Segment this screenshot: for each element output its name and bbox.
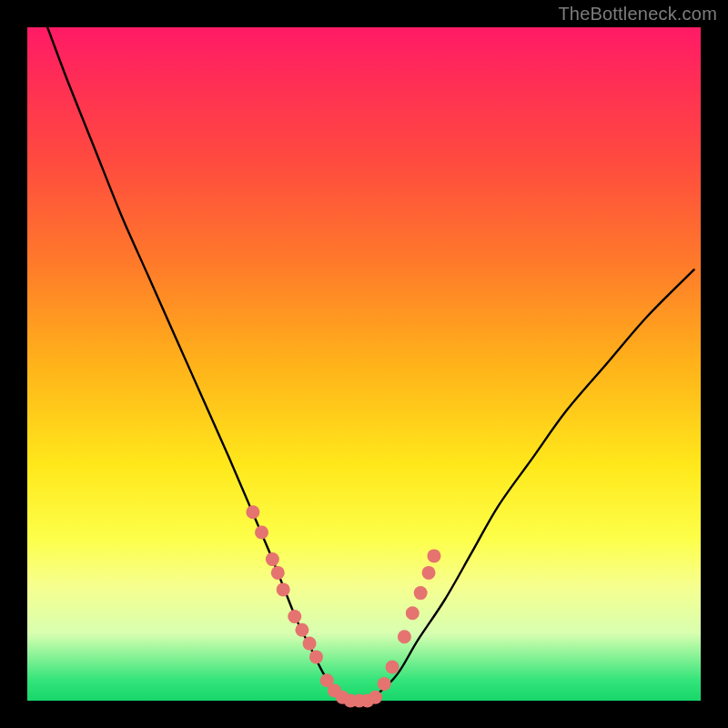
plot-area xyxy=(27,27,701,701)
chart-frame: TheBottleneck.com xyxy=(0,0,728,728)
bottleneck-curve xyxy=(47,27,693,702)
curve-svg xyxy=(27,27,701,701)
highlight-dot xyxy=(406,606,420,620)
highlight-dot xyxy=(266,552,279,566)
highlight-dot xyxy=(309,650,323,663)
highlight-dot xyxy=(303,637,317,651)
highlight-dot xyxy=(255,526,268,540)
highlight-dot xyxy=(378,677,391,691)
highlight-dot xyxy=(288,610,301,623)
watermark-text: TheBottleneck.com xyxy=(558,4,717,25)
highlight-dot xyxy=(277,582,290,596)
highlight-dot xyxy=(271,566,285,580)
highlight-dots xyxy=(246,505,440,707)
highlight-dot xyxy=(398,630,411,643)
highlight-dot xyxy=(295,623,308,637)
highlight-dot xyxy=(414,586,428,600)
highlight-dot xyxy=(427,549,440,562)
highlight-dot xyxy=(246,505,259,519)
highlight-dot xyxy=(422,566,436,580)
highlight-dot xyxy=(369,691,382,704)
highlight-dot xyxy=(386,661,399,674)
